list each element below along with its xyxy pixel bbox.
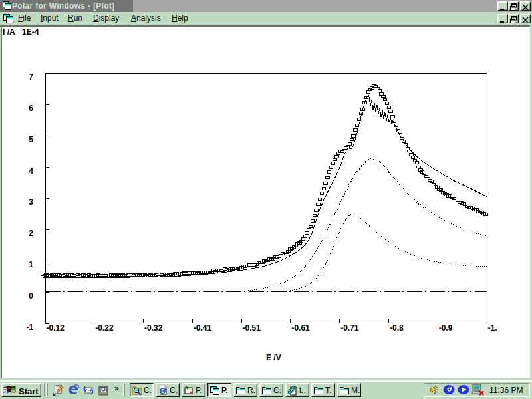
svg-text:-0.12: -0.12: [47, 323, 65, 332]
svg-text:-0.22: -0.22: [95, 323, 114, 332]
svg-text:4: 4: [29, 166, 33, 176]
svg-text:7: 7: [29, 72, 33, 82]
svg-text:-0.61: -0.61: [291, 323, 310, 332]
svg-text:-0.41: -0.41: [194, 323, 212, 332]
svg-text:-0.8: -0.8: [390, 323, 404, 332]
svg-text:-0.51: -0.51: [243, 323, 261, 332]
svg-text:-0.32: -0.32: [144, 323, 163, 332]
svg-text:-1.: -1.: [488, 323, 497, 332]
svg-text:3: 3: [29, 198, 33, 207]
svg-text:0: 0: [29, 291, 33, 301]
svg-text:5: 5: [29, 135, 33, 144]
svg-text:E /V: E /V: [266, 353, 281, 362]
svg-text:-0.71: -0.71: [340, 323, 359, 332]
svg-text:1E-4: 1E-4: [22, 27, 39, 37]
svg-text:2: 2: [29, 229, 33, 238]
svg-text:1: 1: [29, 260, 33, 269]
svg-text:-0.9: -0.9: [439, 323, 453, 332]
svg-text:-1: -1: [26, 323, 33, 332]
svg-text:6: 6: [29, 104, 33, 113]
svg-text:I /A: I /A: [3, 27, 15, 37]
